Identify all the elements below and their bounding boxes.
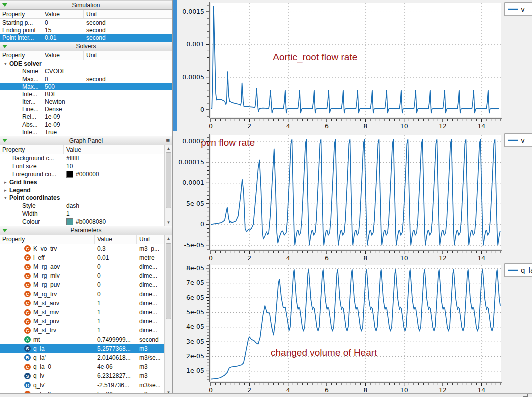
property-name: Inte... [22, 91, 37, 98]
parameter-type-icon: C [24, 327, 31, 334]
scrollbar-thumb[interactable] [166, 152, 171, 208]
parameter-value: 0 [97, 291, 101, 298]
parameter-row[interactable]: CM_rg_miv 0 dime... [0, 271, 165, 280]
expand-icon[interactable]: ▸ [4, 180, 9, 185]
scroll-up-icon[interactable]: ▲ [165, 145, 172, 152]
parameter-row[interactable]: CM_rg_aov 0 dime... [0, 262, 165, 271]
parameter-row[interactable]: Rq_la' 2.0140618... m3/se... [0, 353, 165, 362]
solvers-section-header[interactable]: Solvers [0, 42, 172, 51]
property-row[interactable]: Iter... Newton [0, 98, 172, 106]
parameter-unit: dime... [137, 318, 165, 325]
graph-panel-heart-volume[interactable]: 1e-052e-053e-054e-055e-056e-057e-058e-05… [173, 261, 532, 394]
legend-label: v [521, 136, 525, 144]
property-row[interactable]: Font size 10 [0, 162, 165, 170]
parameter-type-icon: C [24, 300, 31, 306]
property-row[interactable]: ▸Grid lines [0, 178, 165, 186]
parameter-row[interactable]: Cl_eff 0.01 metre [0, 253, 165, 262]
property-name: Width [22, 210, 38, 217]
property-value: #000000 [76, 171, 99, 178]
parameter-row[interactable]: Rq_lv' -2.519736... m3/se... [0, 380, 165, 389]
scroll-down-icon[interactable]: ▼ [165, 219, 172, 226]
y-tick-label: 7e-05 [186, 279, 204, 286]
property-row[interactable]: Starting p... 0 second [0, 19, 172, 26]
parameter-type-icon: R [24, 382, 31, 388]
parameter-row[interactable]: Amt 0.7499999... second [0, 335, 165, 344]
parameters-section-header[interactable]: Parameters [0, 226, 172, 235]
menu-icon[interactable]: ≡ [166, 137, 170, 144]
property-row[interactable]: Ending point 15 second [0, 26, 172, 34]
parameter-value: 1 [97, 318, 101, 325]
plot-area [211, 265, 501, 381]
parameter-name: M_st_puv [33, 318, 59, 325]
parameter-type-icon: A [24, 336, 31, 343]
column-unit: Unit [84, 10, 172, 18]
y-tick-label: 0.0015 [182, 8, 204, 15]
property-value: dash [66, 202, 79, 209]
simulation-section: Simulation Property Value Unit Starting … [0, 0, 172, 42]
graph-panel-pvn[interactable]: -5e-0505e-050.00010.000150.0002024681012… [173, 131, 532, 261]
property-row[interactable]: Name CVODE [0, 68, 172, 75]
property-name: Iter... [22, 98, 36, 105]
parameter-row[interactable]: CM_rg_trv 0 dime... [0, 290, 165, 299]
property-row[interactable]: Line... Dense [0, 106, 172, 113]
parameter-row[interactable]: CK_vo_trv 0.3 m3_p... [0, 244, 165, 253]
solvers-section: Solvers Property Value Unit ▾ODE solver [0, 42, 172, 136]
y-tick-label: -5e-05 [184, 241, 204, 249]
property-row[interactable]: Rel... 1e-09 [0, 113, 172, 121]
expand-icon[interactable]: ▾ [4, 195, 9, 200]
property-row[interactable]: ▾ODE solver [0, 60, 172, 68]
property-row[interactable]: Abs... 1e-09 [0, 121, 172, 128]
property-row[interactable]: Point inter... 0.01 second [0, 34, 172, 41]
property-row[interactable]: Inte... True [0, 128, 172, 136]
y-tick-label: 8e-05 [186, 264, 204, 272]
legend[interactable]: v [505, 134, 532, 147]
parameter-row[interactable]: Sq_lv 6.2312827... m3 [0, 371, 165, 380]
property-row[interactable]: ▾Point coordinates [0, 194, 165, 202]
parameter-name: K_vo_trv [33, 245, 57, 252]
legend[interactable]: q_la [505, 264, 532, 277]
property-row[interactable]: Inte... BDF [0, 90, 172, 98]
property-row[interactable]: Background c... #ffffff [0, 154, 165, 162]
property-row[interactable]: Max... 500 [0, 83, 172, 90]
legend[interactable]: v [505, 3, 532, 16]
parameter-row[interactable]: CM_st_trv 1 dime... [0, 326, 165, 335]
column-property: Property [0, 145, 64, 154]
parameter-type-icon: C [24, 309, 31, 316]
simulation-section-header[interactable]: Simulation [0, 0, 172, 10]
graph-panel-aortic-root[interactable]: 00.00050.0010.001502468101214Aortic_root… [173, 0, 532, 131]
expand-icon[interactable]: ▾ [4, 61, 9, 66]
parameters-scrollbar[interactable]: ▲ ▼ [164, 235, 172, 394]
x-tick-label: 0 [209, 386, 213, 394]
graph-panels-area: 00.00050.0010.001502468101214Aortic_root… [173, 0, 532, 394]
y-tick-label: 0.0005 [182, 73, 204, 81]
property-row[interactable]: Width 1 [0, 210, 165, 218]
parameter-name: q_lv' [33, 382, 45, 389]
graph-panel-section-header[interactable]: Graph Panel ≡ [0, 136, 172, 145]
expand-icon[interactable]: ▸ [4, 188, 9, 193]
parameter-row[interactable]: Sq_la 5.2577368... m3 [0, 344, 165, 353]
resize-grip[interactable] [523, 394, 528, 397]
section-title: Graph Panel [0, 137, 172, 144]
property-row[interactable]: Foreground co... #000000 [0, 170, 165, 178]
property-row[interactable]: Style dash [0, 202, 165, 210]
scroll-up-icon[interactable]: ▲ [165, 235, 172, 242]
parameter-unit: m3 [137, 345, 165, 352]
scrollbar-thumb[interactable] [166, 243, 171, 319]
property-row[interactable]: Colour #b0008080 [0, 218, 165, 226]
active-panel-marker[interactable] [173, 0, 177, 131]
parameter-row[interactable]: Cq_la_0 4e-06 m3 [0, 362, 165, 371]
parameter-value: 0.7499999... [97, 336, 131, 343]
property-unit: second [84, 76, 172, 83]
y-tick-label: 0.0001 [182, 179, 204, 186]
chart-annotation: changed volume of Heart [271, 347, 377, 358]
property-name: Style [22, 202, 36, 209]
property-row[interactable]: Max... 0 second [0, 75, 172, 83]
x-tick-label: 10 [400, 254, 408, 261]
parameter-row[interactable]: CM_st_aov 1 dime... [0, 299, 165, 308]
parameter-row[interactable]: CM_rg_puv 0 dime... [0, 280, 165, 289]
property-row[interactable]: ▸Legend [0, 186, 165, 194]
graph-panel-scrollbar[interactable]: ▲ ▼ [164, 145, 172, 225]
parameter-row[interactable]: CM_st_puv 1 dime... [0, 317, 165, 326]
parameter-row[interactable]: CM_st_miv 1 dime... [0, 308, 165, 317]
property-name: Name [22, 68, 38, 75]
